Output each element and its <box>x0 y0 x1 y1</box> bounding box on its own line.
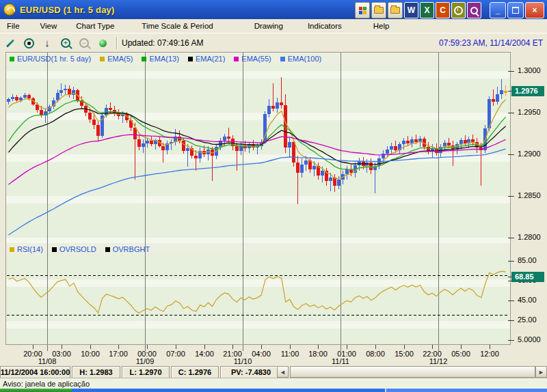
axis-tick-mark <box>508 300 514 301</box>
calendar-icon[interactable]: C <box>436 2 450 18</box>
key-icon[interactable] <box>467 2 481 18</box>
axis-tick-mark <box>508 261 514 262</box>
menu-item-indicators[interactable]: Indicators <box>304 20 346 31</box>
download-arrow-icon[interactable]: ↓ <box>39 36 55 51</box>
chart-svg[interactable] <box>5 52 511 345</box>
refresh-ball-icon[interactable] <box>94 36 111 51</box>
minimize-button[interactable]: _ <box>490 2 506 18</box>
time-tick-mark <box>62 345 62 349</box>
rsi-axis-label: 45.00 <box>518 296 537 304</box>
toolbar: ↓ + − Updated: 07:49:16 AM 07:59:23 AM, … <box>0 33 547 53</box>
scrollbar-thumb[interactable] <box>290 366 535 378</box>
word-icon[interactable]: W <box>404 2 418 18</box>
axis-tick-mark <box>508 340 514 341</box>
excel-icon[interactable]: X <box>420 2 434 18</box>
rsi-axis-label: 85.00 <box>518 256 537 264</box>
day-tick-mark <box>341 345 341 351</box>
time-tick-mark <box>290 345 291 349</box>
legend-swatch-icon <box>10 57 14 61</box>
zoom-in-icon[interactable]: + <box>57 36 74 51</box>
day-tick-mark <box>243 345 243 351</box>
trendline-tool-icon[interactable] <box>2 36 18 51</box>
menu-item-time-scale-period[interactable]: Time Scale & Period <box>137 20 217 31</box>
restore-button[interactable] <box>507 2 524 18</box>
taskbar-sliver <box>0 389 547 392</box>
day-tick-mark <box>438 345 439 351</box>
time-tick-mark <box>404 345 405 349</box>
time-tick-mark <box>90 345 91 349</box>
time-tick-mark <box>461 345 462 349</box>
crosshair-tool-icon[interactable] <box>21 36 37 51</box>
day-tick-mark <box>47 345 48 351</box>
time-label: 12:00 <box>476 350 503 358</box>
clock-icon[interactable] <box>451 2 466 18</box>
time-tick-mark <box>490 345 490 349</box>
time-label: 10:00 <box>77 350 104 358</box>
time-tick-mark <box>261 345 262 349</box>
axis-tick-mark <box>508 196 514 197</box>
menu-item-drawing[interactable]: Drawing <box>250 20 287 31</box>
readout-close: C: 1.2976 <box>171 366 219 378</box>
menu-item-chart-type[interactable]: Chart Type <box>72 20 118 31</box>
menu-item-view[interactable]: View <box>36 20 62 31</box>
time-label: 08:00 <box>362 350 389 358</box>
readout-high: H: 1.2983 <box>72 366 120 378</box>
time-tick-mark <box>432 345 433 349</box>
scroll-left-arrow-icon[interactable]: ◄ <box>277 366 289 378</box>
app-grid-icon[interactable] <box>355 2 370 18</box>
legend-item: RSI(14) <box>10 245 43 253</box>
time-label: 15:00 <box>390 350 418 358</box>
time-label: 17:00 <box>105 350 132 358</box>
price-axis-label: 1.2800 <box>518 233 541 241</box>
scroll-right-arrow-icon[interactable]: ► <box>535 366 547 378</box>
time-tick-mark <box>347 345 347 349</box>
server-clock: 07:59:23 AM, 11/14/2004 ET <box>439 38 543 48</box>
menu-item-file[interactable]: File <box>3 20 24 31</box>
date-label: 11/08 <box>32 357 62 365</box>
close-button[interactable]: × <box>525 2 544 18</box>
legend-swatch-icon <box>10 247 14 252</box>
chart-region: EUR/USD(1 hr. 5 day)EMA(5)EMA(13)EMA(21)… <box>0 52 547 365</box>
legend-item: OVRSOLD <box>52 245 96 253</box>
legend-item: EMA(55) <box>234 55 271 63</box>
legend-item: EMA(100) <box>280 55 322 63</box>
price-axis-label: 1.2950 <box>518 108 541 116</box>
legend-swatch-icon <box>234 57 239 61</box>
time-axis: 20:0003:0010:0017:0000:0007:0014:0021:00… <box>0 345 511 365</box>
day-tick-mark <box>145 345 146 351</box>
menu-bar: FileViewChart TypeTime Scale & PeriodDra… <box>0 19 547 33</box>
time-label: 14:00 <box>191 350 218 358</box>
time-tick-mark <box>118 345 119 349</box>
axis-tick-mark <box>508 154 514 155</box>
title-bar: EUR/USD (1 hr. 5 day) W X C _ × <box>0 0 547 19</box>
date-label: 11/09 <box>130 357 160 365</box>
legend-item: EMA(13) <box>142 55 178 63</box>
rsi-axis-label: 25.00 <box>518 316 537 324</box>
price-axis-label: 1.2900 <box>518 150 541 158</box>
date-label: 11/12 <box>423 357 453 365</box>
status-bar: Aviso: janela de aplicação <box>0 378 547 389</box>
axis-tick-mark <box>508 320 514 321</box>
current-price-tag: 1.2976 <box>511 86 544 96</box>
legend-swatch-icon <box>52 247 57 252</box>
legend-swatch-icon <box>100 57 105 61</box>
legend-item: EMA(21) <box>188 55 225 63</box>
status-text: Aviso: janela de aplicação <box>3 380 90 388</box>
time-tick-mark <box>204 345 205 349</box>
folder-open-icon[interactable] <box>388 2 403 18</box>
zoom-out-icon[interactable]: − <box>76 36 92 51</box>
taskbar-start-segment[interactable] <box>0 389 72 392</box>
legend-swatch-icon <box>142 57 146 61</box>
menu-item-help[interactable]: Help <box>369 20 394 31</box>
readout-timestamp: 11/12/2004 16:00:00 <box>0 366 70 378</box>
taskbar-window-segment[interactable] <box>386 389 547 392</box>
current-rsi-tag: 68.85 <box>511 272 544 282</box>
price-axis: 1.30001.29501.29001.28501.280085.0065.00… <box>511 52 547 345</box>
window-title: EUR/USD (1 hr. 5 day) <box>20 5 115 15</box>
chart-scrollbar[interactable]: ◄ ► <box>277 366 547 378</box>
legend-item: OVRBGHT <box>105 245 150 253</box>
date-label: 11/10 <box>228 357 258 365</box>
titlebar-launcher-icons: W X C <box>355 2 481 18</box>
folder-up-icon[interactable] <box>371 2 386 18</box>
price-axis-label: 1.3000 <box>518 66 541 74</box>
